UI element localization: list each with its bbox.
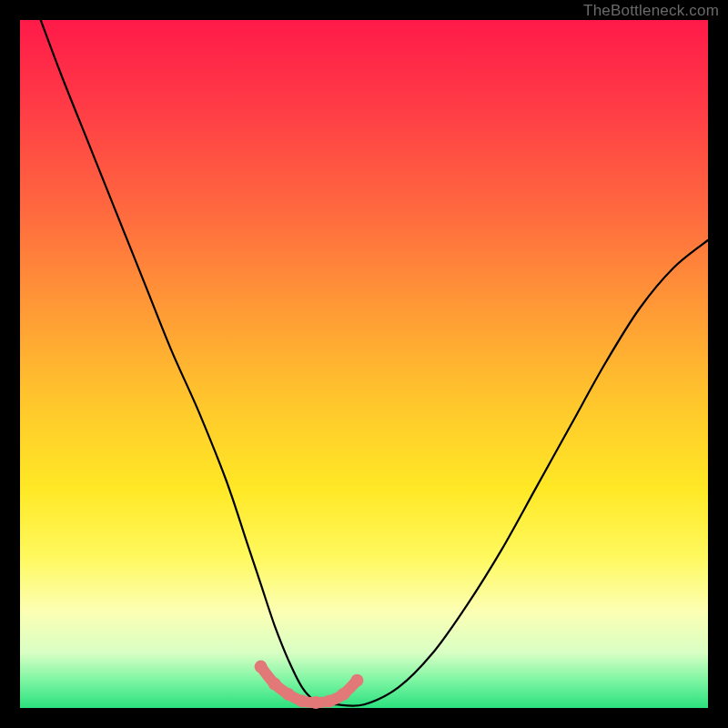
curve-layer bbox=[20, 20, 708, 708]
bottleneck-curve bbox=[41, 20, 708, 706]
trough-dot bbox=[350, 674, 363, 687]
trough-dot bbox=[323, 694, 336, 707]
trough-dot bbox=[268, 678, 281, 691]
watermark-text: TheBottleneck.com bbox=[583, 2, 719, 20]
plot-area bbox=[20, 20, 708, 708]
chart-frame: TheBottleneck.com bbox=[0, 0, 728, 728]
trough-dot bbox=[255, 661, 268, 673]
trough-dot bbox=[296, 694, 308, 707]
trough-dot bbox=[337, 688, 349, 701]
trough-dot bbox=[309, 696, 322, 709]
trough-dot bbox=[282, 688, 295, 701]
